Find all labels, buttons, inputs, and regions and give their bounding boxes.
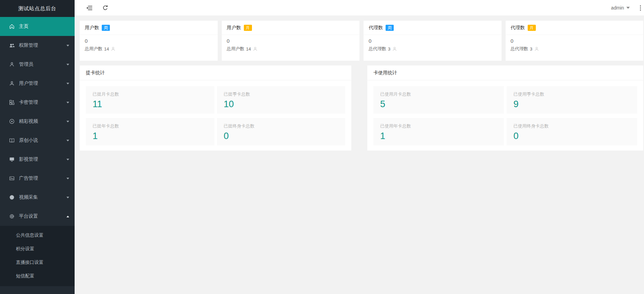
stat-box-label: 已使用终身卡总数	[513, 123, 630, 129]
sidebar-subitem-live-api[interactable]: 直播接口设置	[0, 256, 75, 269]
cards-icon	[9, 100, 15, 105]
sidebar-item-novels[interactable]: 原创小说	[0, 131, 75, 150]
chevron-down-icon	[66, 159, 69, 160]
sidebar-item-label: 精彩视频	[19, 118, 66, 124]
sidebar-subitem-public-info[interactable]: 公共信息设置	[0, 229, 75, 242]
username: admin	[611, 5, 624, 11]
play-circle-icon	[9, 119, 15, 124]
stat-card-agents-month: 代理数 月 0 总代理数 3	[506, 21, 644, 61]
chevron-down-icon	[66, 140, 69, 141]
person-outline-icon	[392, 46, 397, 52]
more-vertical-icon[interactable]	[640, 5, 641, 11]
stat-box-value: 9	[513, 99, 630, 110]
platform-settings-submenu: 公共信息设置 积分设置 直播接口设置 短信配置	[0, 226, 75, 286]
stat-box-label: 已使用季卡总数	[513, 91, 630, 97]
users-icon	[9, 43, 15, 48]
sidebar-item-permissions[interactable]: 权限管理	[0, 36, 75, 55]
card-title: 用户数	[85, 25, 99, 31]
sidebar-item-home[interactable]: 主页	[0, 17, 75, 36]
stat-box-value: 1	[93, 131, 208, 141]
sidebar-item-label: 权限管理	[19, 42, 66, 48]
stat-card-users-week: 用户数 周 0 总用户数 14	[80, 21, 218, 61]
stat-box: 已使用季卡总数 9	[507, 86, 637, 114]
card-header: 用户数 月	[222, 21, 360, 35]
card-title: 代理数	[511, 25, 525, 31]
sidebar-subitem-points[interactable]: 积分设置	[0, 242, 75, 256]
period-badge-month: 月	[528, 25, 536, 31]
card-value: 0	[369, 38, 496, 44]
stat-box-label: 已使用年卡总数	[380, 123, 497, 129]
card-title: 代理数	[369, 25, 383, 31]
admin-icon	[9, 62, 15, 67]
chevron-down-icon	[66, 102, 69, 103]
person-outline-icon	[534, 46, 539, 52]
card-header: 用户数 周	[80, 21, 218, 35]
user-dropdown[interactable]: admin	[611, 5, 630, 11]
stat-box-label: 已提年卡总数	[93, 123, 208, 129]
dot-circle-icon	[9, 195, 15, 200]
card-total-value: 14	[246, 46, 251, 52]
monitor-icon	[9, 157, 15, 162]
panel-card-usage-stats: 卡使用统计 已使用月卡总数 5 已使用季卡总数 9 已使用年卡总数 1	[367, 65, 643, 151]
sidebar-item-movie-management[interactable]: 影视管理	[0, 150, 75, 169]
card-value: 0	[85, 38, 213, 44]
home-icon	[9, 24, 15, 29]
stat-box-value: 0	[513, 131, 630, 141]
person-outline-icon	[253, 46, 258, 52]
sidebar-item-label: 管理员	[19, 61, 66, 67]
card-header: 代理数 月	[506, 21, 644, 35]
sidebar-item-video-collect[interactable]: 视频采集	[0, 188, 75, 207]
stat-card-agents-week: 代理数 周 0 总代理数 3	[364, 21, 502, 61]
period-badge-week: 周	[102, 25, 110, 31]
stat-card-users-month: 用户数 月 0 总用户数 14	[222, 21, 360, 61]
card-total: 总代理数 3	[369, 46, 496, 52]
panel-body: 已提月卡总数 11 已提季卡总数 10 已提年卡总数 1 已提终身卡总数 0	[80, 80, 351, 151]
chevron-down-icon	[66, 121, 69, 122]
sidebar-item-label: 原创小说	[19, 137, 66, 143]
card-total-label: 总用户数	[227, 46, 245, 52]
stat-box-label: 已提终身卡总数	[224, 123, 339, 129]
menu-fold-icon	[86, 5, 93, 11]
stat-box-value: 5	[380, 99, 497, 110]
panel-title: 卡使用统计	[367, 65, 643, 80]
sidebar-item-user-management[interactable]: 用户管理	[0, 74, 75, 93]
card-total: 总用户数 14	[85, 46, 213, 52]
sidebar-item-label: 视频采集	[19, 194, 66, 200]
sidebar-item-videos[interactable]: 精彩视频	[0, 112, 75, 131]
card-total-value: 3	[388, 46, 390, 52]
chevron-down-icon	[66, 64, 69, 65]
stat-box-value: 10	[224, 99, 339, 110]
card-header: 代理数 周	[364, 21, 502, 35]
stat-box: 已提终身卡总数 0	[217, 118, 346, 145]
collapse-sidebar-button[interactable]	[86, 5, 93, 11]
sidebar-subitem-sms-config[interactable]: 短信配置	[0, 269, 75, 283]
user-icon	[9, 81, 15, 86]
chevron-down-icon	[66, 178, 69, 179]
sidebar-menu: 主页 权限管理 管理员 用户管理 卡密管理 精彩视频	[0, 17, 75, 294]
picture-icon	[9, 176, 15, 181]
panel-body: 已使用月卡总数 5 已使用季卡总数 9 已使用年卡总数 1 已使用终身卡总数 0	[367, 80, 643, 151]
sidebar-item-administrators[interactable]: 管理员	[0, 55, 75, 74]
chevron-down-icon	[66, 45, 69, 46]
panels-row: 提卡统计 已提月卡总数 11 已提季卡总数 10 已提年卡总数 1	[80, 65, 643, 151]
panel-title: 提卡统计	[80, 65, 351, 80]
book-icon	[9, 138, 15, 143]
card-total-label: 总用户数	[85, 46, 102, 52]
card-body: 0 总代理数 3	[506, 35, 644, 52]
stat-box-label: 已提月卡总数	[93, 91, 208, 97]
sidebar-item-label: 用户管理	[19, 80, 66, 86]
stat-box: 已提季卡总数 10	[217, 86, 346, 114]
sidebar-item-platform-settings[interactable]: 平台设置	[0, 207, 75, 226]
card-title: 用户数	[227, 25, 241, 31]
card-total-value: 3	[530, 46, 532, 52]
card-body: 0 总用户数 14	[80, 35, 218, 52]
panel-card-extraction-stats: 提卡统计 已提月卡总数 11 已提季卡总数 10 已提年卡总数 1	[80, 65, 351, 151]
app-title: 测试站点总后台	[0, 0, 75, 17]
chevron-down-icon	[66, 83, 69, 84]
sidebar-item-label: 主页	[19, 23, 69, 30]
stat-box-value: 1	[380, 131, 497, 141]
sidebar: 测试站点总后台 主页 权限管理 管理员 用户管理 卡密管理	[0, 0, 75, 294]
refresh-button[interactable]	[102, 5, 108, 11]
sidebar-item-card-management[interactable]: 卡密管理	[0, 93, 75, 112]
sidebar-item-ad-management[interactable]: 广告管理	[0, 169, 75, 188]
